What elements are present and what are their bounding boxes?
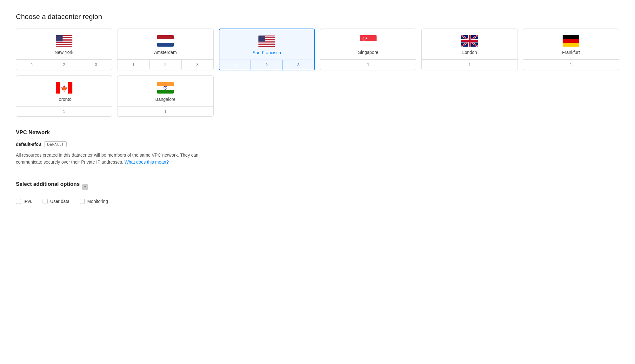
- svg-rect-28: [258, 45, 275, 46]
- region-card-amsterdam[interactable]: Amsterdam 1 2 3: [117, 29, 213, 70]
- option-ipv6[interactable]: IPv6: [16, 199, 32, 204]
- vpc-label-row: default-sfo3 DEFAULT: [16, 141, 619, 147]
- region-number-sfo-3[interactable]: 3: [283, 60, 314, 70]
- svg-rect-45: [563, 35, 579, 39]
- region-name-toronto: Toronto: [57, 97, 71, 102]
- region-name-bangalore: Bangalore: [155, 97, 176, 102]
- region-number-lon-1[interactable]: 1: [422, 60, 517, 69]
- monitoring-checkbox[interactable]: [80, 199, 85, 204]
- region-numbers-amsterdam: 1 2 3: [117, 59, 213, 69]
- region-card-top-bangalore: Bangalore: [117, 76, 213, 106]
- vpc-section-title: VPC Network: [16, 129, 619, 136]
- svg-rect-14: [157, 35, 174, 39]
- svg-rect-25: [258, 42, 275, 43]
- svg-rect-46: [563, 39, 579, 43]
- svg-rect-29: [258, 46, 275, 47]
- region-card-toronto[interactable]: 🍁 Toronto 1: [16, 75, 112, 117]
- additional-options-title-row: Select additional options ?: [16, 181, 619, 193]
- region-card-top-singapore: Singapore: [320, 29, 416, 59]
- region-number-sfo-1[interactable]: 1: [219, 60, 251, 70]
- region-name-singapore: Singapore: [358, 50, 378, 55]
- region-number-sgp-1[interactable]: 1: [320, 60, 416, 69]
- option-monitoring[interactable]: Monitoring: [80, 199, 108, 204]
- region-numbers-toronto: 1: [16, 106, 112, 116]
- svg-rect-16: [157, 43, 174, 47]
- additional-options-title: Select additional options: [16, 181, 80, 187]
- region-number-ny-3[interactable]: 3: [80, 60, 112, 69]
- svg-point-56: [165, 88, 166, 88]
- region-card-top-london: London: [422, 29, 517, 59]
- region-number-sfo-2[interactable]: 2: [251, 60, 283, 70]
- region-numbers-singapore: 1: [320, 59, 416, 69]
- region-card-top-frankfurt: Frankfurt: [523, 29, 619, 59]
- region-number-tor-1[interactable]: 1: [16, 107, 112, 116]
- user-data-checkbox[interactable]: [43, 199, 48, 204]
- in-flag-icon: [157, 82, 174, 94]
- svg-text:🍁: 🍁: [61, 85, 68, 92]
- sg-flag-icon: [360, 35, 377, 47]
- svg-rect-54: [157, 90, 174, 94]
- svg-rect-24: [258, 42, 275, 42]
- region-name-san-francisco: San Francisco: [253, 50, 281, 55]
- svg-rect-13: [56, 35, 63, 41]
- region-card-frankfurt[interactable]: Frankfurt 1: [523, 29, 619, 70]
- us-flag-icon-sf: [258, 36, 275, 47]
- region-name-new-york: New York: [55, 50, 73, 55]
- svg-rect-30: [258, 36, 265, 42]
- region-number-ams-1[interactable]: 1: [117, 60, 150, 69]
- svg-rect-8: [56, 42, 72, 43]
- page-title: Choose a datacenter region: [16, 13, 619, 21]
- region-numbers-frankfurt: 1: [523, 59, 619, 69]
- svg-rect-49: [56, 82, 60, 94]
- region-card-london[interactable]: London 1: [421, 29, 518, 70]
- svg-rect-44: [461, 40, 478, 42]
- region-card-new-york[interactable]: New York 1 2 3: [16, 29, 112, 70]
- region-number-fra-1[interactable]: 1: [523, 60, 619, 69]
- grid-filler-5: [421, 75, 518, 117]
- region-number-ams-2[interactable]: 2: [150, 60, 182, 69]
- svg-rect-10: [56, 44, 72, 45]
- vpc-section: VPC Network default-sfo3 DEFAULT All res…: [16, 129, 619, 166]
- region-number-blr-1[interactable]: 1: [117, 107, 213, 116]
- region-number-ny-1[interactable]: 1: [16, 60, 48, 69]
- region-card-top-amsterdam: Amsterdam: [117, 29, 213, 59]
- region-number-ny-2[interactable]: 2: [48, 60, 80, 69]
- region-number-ams-3[interactable]: 3: [182, 60, 213, 69]
- svg-rect-52: [157, 82, 174, 86]
- help-icon[interactable]: ?: [82, 184, 88, 190]
- de-flag-icon: [563, 35, 579, 47]
- region-numbers-san-francisco: 1 2 3: [219, 60, 314, 70]
- option-user-data[interactable]: User data: [43, 199, 70, 204]
- region-grid-row1: New York 1 2 3 Amsterdam 1 2 3: [16, 29, 619, 70]
- vpc-learn-more-link[interactable]: What does this mean?: [124, 159, 169, 165]
- monitoring-label: Monitoring: [87, 199, 108, 204]
- vpc-description: All resources created in this datacenter…: [16, 152, 219, 166]
- gb-flag-icon: [461, 35, 478, 47]
- region-name-amsterdam: Amsterdam: [154, 50, 177, 55]
- svg-rect-31: [360, 35, 377, 41]
- vpc-description-text: All resources created in this datacenter…: [16, 153, 198, 165]
- svg-rect-27: [258, 44, 275, 45]
- svg-rect-11: [56, 45, 72, 46]
- ipv6-checkbox[interactable]: [16, 199, 21, 204]
- options-row: IPv6 User data Monitoring: [16, 199, 619, 204]
- region-card-singapore[interactable]: Singapore 1: [320, 29, 416, 70]
- region-card-bangalore[interactable]: Bangalore 1: [117, 75, 213, 117]
- svg-rect-7: [56, 41, 72, 42]
- us-flag-icon: [56, 35, 72, 47]
- region-numbers-london: 1: [422, 59, 517, 69]
- region-numbers-bangalore: 1: [117, 106, 213, 116]
- region-name-london: London: [462, 50, 477, 55]
- svg-rect-12: [56, 46, 72, 47]
- ipv6-label: IPv6: [23, 199, 32, 204]
- region-card-top-new-york: New York: [16, 29, 112, 59]
- region-card-san-francisco[interactable]: San Francisco 1 2 3: [219, 29, 315, 70]
- vpc-default-badge: DEFAULT: [44, 141, 66, 147]
- region-name-frankfurt: Frankfurt: [562, 50, 580, 55]
- ca-flag-icon: 🍁: [56, 82, 72, 94]
- region-card-top-toronto: 🍁 Toronto: [16, 76, 112, 106]
- user-data-label: User data: [50, 199, 70, 204]
- svg-rect-50: [68, 82, 72, 94]
- region-grid-row2: 🍁 Toronto 1 Bangalore 1: [16, 75, 619, 117]
- svg-rect-47: [563, 43, 579, 47]
